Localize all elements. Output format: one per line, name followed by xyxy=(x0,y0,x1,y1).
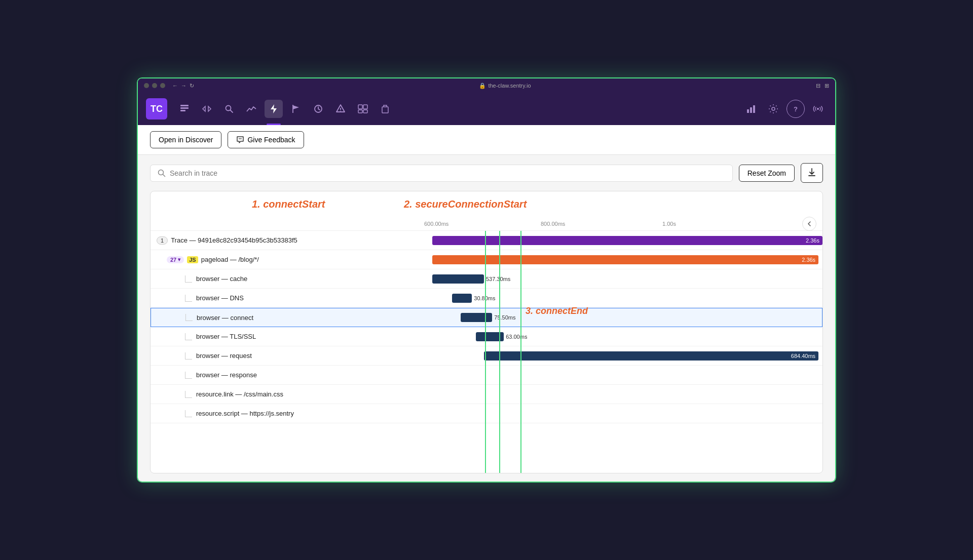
search-input-wrap[interactable] xyxy=(150,165,733,182)
row-label-response: browser — response xyxy=(151,371,424,379)
table-row[interactable]: browser — request 684.40ms xyxy=(151,346,822,366)
tree-line-icon xyxy=(185,314,193,321)
minimize-dot xyxy=(152,83,157,88)
bar-label-trace: 2.36s xyxy=(806,237,819,244)
table-row[interactable]: browser — TLS/SSL 63.00ms xyxy=(151,327,822,346)
svg-rect-15 xyxy=(363,105,367,109)
vline-1 xyxy=(485,231,486,473)
svg-marker-4 xyxy=(208,106,211,111)
svg-rect-1 xyxy=(180,107,189,109)
row-label-connect: browser — connect xyxy=(151,314,425,322)
titlebar: ← → ↻ 🔒 the-claw.sentry.io ⊟ ⊞ xyxy=(138,78,835,93)
connect-bar-area: 75.50ms xyxy=(425,308,822,327)
svg-rect-0 xyxy=(180,105,189,106)
trace-bar-connect xyxy=(461,313,493,322)
nav-prev-button[interactable] xyxy=(802,217,816,231)
expand-count-badge[interactable]: 27 ▾ xyxy=(167,256,184,263)
row-label-resource-link: resource.link — /css/main.css xyxy=(151,390,424,398)
trace-bar-area: 2.36s xyxy=(424,231,822,250)
nav-icon-lightning[interactable] xyxy=(265,100,283,118)
app-window: ← → ↻ 🔒 the-claw.sentry.io ⊟ ⊞ TC xyxy=(137,77,836,483)
trace-bar-root: 2.36s xyxy=(432,236,822,245)
nav-icon-releases[interactable] xyxy=(376,100,394,118)
nav-icon-search[interactable] xyxy=(220,100,238,118)
svg-line-6 xyxy=(231,110,233,113)
bar-label-tls: 63.00ms xyxy=(506,334,527,340)
download-button[interactable] xyxy=(801,163,823,183)
table-row[interactable]: browser — response xyxy=(151,366,822,385)
row-label-pageload: 27 ▾ JS pageload — /blog/*/ xyxy=(151,256,424,263)
trace-rows: 3. connectEnd 1 Trace — 9491e8c82c93454b… xyxy=(151,231,822,473)
nav-icon-code[interactable] xyxy=(198,100,216,118)
org-logo[interactable]: TC xyxy=(146,98,167,119)
request-bar-area: 684.40ms xyxy=(424,346,822,365)
row-label-trace: 1 Trace — 9491e8c82c93454b95c3b53383f5 xyxy=(151,236,424,245)
table-row[interactable]: resource.script — https://js.sentry xyxy=(151,404,822,423)
nav-icon-history[interactable] xyxy=(309,100,327,118)
svg-rect-18 xyxy=(382,107,388,113)
nav-icon-help[interactable]: ? xyxy=(787,100,805,118)
browser-url: 🔒 the-claw.sentry.io xyxy=(479,83,531,89)
window-expand-icon[interactable]: ⊞ xyxy=(825,83,829,89)
resource-link-name: resource.link — /css/main.css xyxy=(196,390,283,398)
nav-right: ? xyxy=(787,100,827,118)
search-bar-row: Reset Zoom xyxy=(138,155,835,191)
table-row[interactable]: browser — connect 75.50ms xyxy=(151,308,822,327)
toolbar: Open in Discover Give Feedback xyxy=(138,125,835,155)
search-input[interactable] xyxy=(170,169,725,177)
pageload-bar-area: 2.36s xyxy=(424,250,822,269)
js-badge: JS xyxy=(187,256,198,263)
nav-icon-issues[interactable] xyxy=(175,100,194,118)
trace-bar-pageload: 2.36s xyxy=(432,255,818,264)
row-label-tls: browser — TLS/SSL xyxy=(151,333,424,340)
maximize-dot xyxy=(160,83,165,88)
svg-marker-3 xyxy=(203,106,205,111)
search-icon xyxy=(158,169,166,177)
table-row[interactable]: resource.link — /css/main.css xyxy=(151,385,822,404)
trace-bar-request: 684.40ms xyxy=(484,351,818,361)
give-feedback-button[interactable]: Give Feedback xyxy=(228,131,304,148)
dns-bar-area: 30.80ms xyxy=(424,289,822,307)
table-row[interactable]: 1 Trace — 9491e8c82c93454b95c3b53383f5 2… xyxy=(151,231,822,250)
main-content: Open in Discover Give Feedback Reset Zoo… xyxy=(138,125,835,482)
svg-rect-14 xyxy=(358,105,362,109)
time-tick-800: 800.00ms xyxy=(541,221,565,227)
annotation-secure-connection: 2. secureConnectionStart xyxy=(404,198,527,210)
nav-icon-performance[interactable] xyxy=(242,100,260,118)
reset-zoom-button[interactable]: Reset Zoom xyxy=(739,165,795,182)
nav-icon-stats[interactable] xyxy=(742,100,760,118)
svg-rect-2 xyxy=(180,110,185,111)
window-minimize-icon[interactable]: ⊟ xyxy=(816,83,820,89)
nav-icon-dashboards[interactable] xyxy=(354,100,372,118)
svg-rect-17 xyxy=(363,110,367,113)
table-row[interactable]: 27 ▾ JS pageload — /blog/*/ 2.36s xyxy=(151,250,822,269)
vline-3 xyxy=(520,231,521,473)
nav-icon-broadcast[interactable] xyxy=(809,100,827,118)
bar-label-pageload: 2.36s xyxy=(802,257,815,263)
nav-icon-settings[interactable] xyxy=(764,100,782,118)
table-row[interactable]: browser — DNS 30.80ms xyxy=(151,289,822,308)
bar-label-cache: 537.30ms xyxy=(486,276,510,282)
request-name: browser — request xyxy=(196,352,252,359)
svg-rect-20 xyxy=(750,107,752,113)
row-label-cache: browser — cache xyxy=(151,275,424,283)
table-row[interactable]: browser — cache 537.30ms xyxy=(151,269,822,289)
dns-name: browser — DNS xyxy=(196,294,244,302)
trace-bar-dns xyxy=(452,294,472,303)
trace-count-badge: 1 xyxy=(157,236,168,245)
annotation-connect-start: 1. connectStart xyxy=(252,198,325,210)
response-bar-area xyxy=(424,366,822,384)
annotation-connect-end: 3. connectEnd xyxy=(526,306,588,316)
tls-name: browser — TLS/SSL xyxy=(196,333,256,340)
cache-bar-area: 537.30ms xyxy=(424,269,822,288)
svg-rect-19 xyxy=(747,109,749,113)
bar-label-request: 684.40ms xyxy=(791,353,815,359)
tree-line-icon xyxy=(185,410,192,417)
row-label-request: browser — request xyxy=(151,352,424,359)
open-discover-button[interactable]: Open in Discover xyxy=(150,131,221,148)
nav-icon-flags[interactable] xyxy=(287,100,305,118)
time-tick-1s: 1.00s xyxy=(662,221,676,227)
tree-line-icon xyxy=(185,372,192,379)
tree-line-icon xyxy=(185,275,192,283)
nav-icon-alerts[interactable] xyxy=(331,100,350,118)
